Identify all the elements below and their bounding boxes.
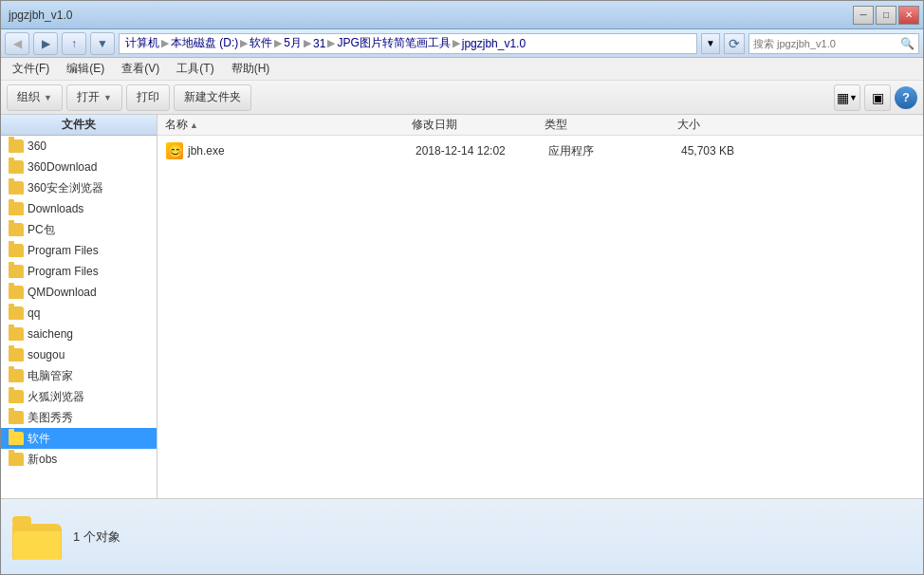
file-name: jbh.exe (188, 144, 416, 158)
folder-icon (9, 348, 24, 362)
organize-button[interactable]: 组织 ▼ (7, 84, 63, 111)
maximize-button[interactable]: □ (876, 6, 896, 25)
view-arrow: ▼ (849, 93, 858, 102)
file-type: 应用程序 (548, 143, 681, 159)
titlebar-buttons: ─ □ ✕ (853, 6, 919, 25)
folder-icon (9, 160, 24, 174)
folder-item-software[interactable]: 软件 (1, 428, 157, 449)
new-folder-button[interactable]: 新建文件夹 (174, 84, 251, 111)
folder-item-programfiles1[interactable]: Program Files (1, 240, 157, 261)
folder-item-firefox[interactable]: 火狐浏览器 (1, 386, 157, 407)
col-header-size[interactable]: 大小 (677, 117, 772, 133)
folder-label: 火狐浏览器 (28, 389, 84, 405)
folder-item-360browser[interactable]: 360安全浏览器 (1, 177, 157, 198)
path-segment-3: 软件 (249, 35, 272, 51)
folder-icon (9, 432, 24, 445)
folder-item-meitu[interactable]: 美图秀秀 (1, 407, 157, 428)
main-area: 文件夹 360 360Download 360安全浏览器 Downloads (1, 115, 923, 498)
help-label: ? (902, 90, 910, 104)
folder-label: 电脑管家 (28, 368, 73, 384)
folder-icon (9, 327, 24, 341)
open-button[interactable]: 打开 ▼ (66, 84, 122, 111)
pane-icon: ▣ (872, 90, 884, 105)
print-button[interactable]: 打印 (126, 84, 170, 111)
sidebar: 文件夹 360 360Download 360安全浏览器 Downloads (1, 115, 157, 498)
folder-item-qq[interactable]: qq (1, 303, 157, 324)
help-button[interactable]: ? (895, 86, 917, 109)
open-arrow: ▼ (103, 93, 112, 102)
menu-view[interactable]: 查看(V) (114, 59, 167, 79)
minimize-button[interactable]: ─ (853, 6, 874, 25)
folder-item-downloads[interactable]: Downloads (1, 198, 157, 219)
folder-item-programfiles2[interactable]: Program Files (1, 261, 157, 282)
folder-list: 360 360Download 360安全浏览器 Downloads PC包 (1, 136, 157, 498)
folder-item-360[interactable]: 360 (1, 136, 157, 157)
folder-item-360download[interactable]: 360Download (1, 157, 157, 177)
folder-label: Program Files (28, 244, 99, 257)
address-path[interactable]: 计算机 ▶ 本地磁盘 (D:) ▶ 软件 ▶ 5月 ▶ 31 ▶ JPG图片转简… (119, 33, 697, 54)
menu-tools[interactable]: 工具(T) (169, 59, 221, 79)
folder-icon (9, 453, 24, 466)
exe-icon (166, 142, 183, 159)
sort-arrow: ▲ (190, 121, 198, 130)
folder-item-qmdownload[interactable]: QMDownload (1, 282, 157, 303)
menu-help[interactable]: 帮助(H) (224, 59, 278, 79)
folder-label: 软件 (28, 431, 50, 447)
path-segment-5: 31 (313, 37, 325, 50)
toolbar: 组织 ▼ 打开 ▼ 打印 新建文件夹 ▦ ▼ ▣ ? (1, 81, 923, 115)
folder-item-newobs[interactable]: 新obs (1, 449, 157, 470)
up-button[interactable]: ↑ (62, 32, 86, 55)
recent-button[interactable]: ▼ (90, 32, 115, 55)
menu-file[interactable]: 文件(F) (5, 59, 57, 79)
file-size: 45,703 KB (681, 144, 776, 158)
folder-label: PC包 (28, 222, 55, 238)
menu-edit[interactable]: 编辑(E) (59, 59, 112, 79)
folder-icon (9, 286, 24, 299)
view-toggle-button[interactable]: ▦ ▼ (834, 84, 860, 111)
folder-icon (9, 369, 24, 382)
folder-item-sougou[interactable]: sougou (1, 344, 157, 365)
address-dropdown-button[interactable]: ▼ (701, 33, 720, 54)
file-date: 2018-12-14 12:02 (416, 144, 548, 158)
folder-icon (9, 139, 24, 153)
column-headers: 名称 ▲ 修改日期 类型 大小 (157, 115, 923, 136)
new-folder-label: 新建文件夹 (184, 89, 241, 105)
folder-icon (9, 181, 24, 195)
file-list: jbh.exe 2018-12-14 12:02 应用程序 45,703 KB (157, 136, 923, 498)
back-button[interactable]: ◀ (5, 32, 29, 55)
folder-icon (9, 306, 24, 320)
search-input[interactable] (753, 38, 900, 49)
view-icon: ▦ (837, 90, 849, 105)
status-count: 1 个对象 (73, 529, 120, 546)
folder-label: 360Download (28, 160, 97, 174)
preview-pane-button[interactable]: ▣ (864, 84, 891, 111)
window: jpgzjbh_v1.0 ─ □ ✕ ◀ ▶ ↑ ▼ 计算机 ▶ 本地磁盘 (D… (0, 0, 924, 575)
col-header-type[interactable]: 类型 (545, 117, 677, 133)
folder-label: Program Files (28, 265, 99, 278)
folder-item-pc[interactable]: PC包 (1, 219, 157, 240)
path-segment-4: 5月 (284, 35, 302, 51)
open-label: 打开 (77, 89, 100, 105)
file-item-jbh[interactable]: jbh.exe 2018-12-14 12:02 应用程序 45,703 KB (157, 139, 923, 162)
col-header-name[interactable]: 名称 ▲ (165, 117, 412, 133)
folder-label: saicheng (28, 327, 73, 341)
status-folder-icon (12, 514, 62, 560)
organize-label: 组织 (17, 89, 40, 105)
path-segment-2: 本地磁盘 (D:) (171, 35, 238, 51)
file-icon-jbh (165, 141, 184, 160)
folder-item-pcmanager[interactable]: 电脑管家 (1, 365, 157, 386)
close-button[interactable]: ✕ (898, 6, 919, 25)
statusbar: 1 个对象 (1, 498, 923, 574)
folder-item-saicheng[interactable]: saicheng (1, 324, 157, 344)
folder-icon (9, 265, 24, 278)
refresh-button[interactable]: ⟳ (724, 33, 745, 54)
forward-button[interactable]: ▶ (33, 32, 58, 55)
search-icon[interactable]: 🔍 (900, 37, 915, 50)
col-header-date[interactable]: 修改日期 (412, 117, 545, 133)
path-segment-1: 计算机 (125, 35, 159, 51)
folder-label: 360 (28, 139, 46, 153)
folder-label: 新obs (28, 452, 57, 468)
folder-label: qq (28, 306, 40, 320)
menubar: 文件(F) 编辑(E) 查看(V) 工具(T) 帮助(H) (1, 58, 923, 81)
folder-label: 美图秀秀 (28, 410, 73, 426)
